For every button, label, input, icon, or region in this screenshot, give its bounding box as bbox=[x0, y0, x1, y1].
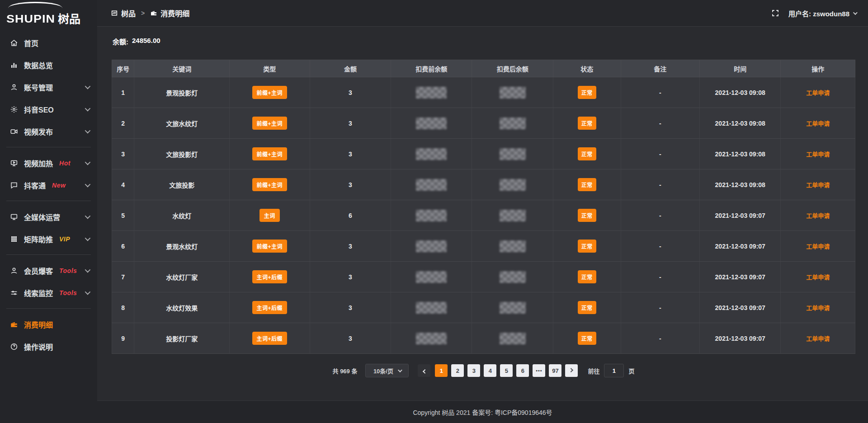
ticket-apply-link[interactable]: 工单申请 bbox=[806, 335, 830, 342]
breadcrumb-root[interactable]: 树品 bbox=[111, 8, 136, 19]
cell-remark: - bbox=[621, 231, 699, 262]
page-size-select[interactable]: 10条/页 bbox=[365, 364, 409, 377]
cell-balance-after bbox=[472, 231, 553, 262]
sidebar-item-label: 线索监控 bbox=[24, 287, 53, 298]
cell-balance-before bbox=[391, 262, 472, 292]
hot-badge: Hot bbox=[59, 160, 71, 167]
next-page-button[interactable] bbox=[565, 364, 578, 377]
sidebar-item-omni-media[interactable]: 全媒体运营 bbox=[0, 206, 97, 228]
grid-icon bbox=[10, 235, 18, 243]
chevron-left-icon bbox=[423, 369, 427, 373]
page-button[interactable]: 3 bbox=[467, 364, 480, 377]
cell-balance-before bbox=[391, 108, 472, 139]
sidebar-item-data-overview[interactable]: 数据总览 bbox=[0, 54, 97, 76]
cell-balance-after bbox=[472, 169, 553, 200]
cell-remark: - bbox=[621, 77, 699, 108]
fullscreen-icon[interactable] bbox=[771, 9, 779, 17]
more-pages-button[interactable]: ••• bbox=[533, 364, 545, 377]
ticket-apply-link[interactable]: 工单申请 bbox=[806, 182, 830, 188]
chevron-down-icon bbox=[85, 289, 91, 295]
status-badge: 正常 bbox=[578, 117, 596, 130]
page-button[interactable]: 1 bbox=[435, 364, 448, 377]
brand-name-cn: 树品 bbox=[58, 10, 80, 26]
cell-type: 前缀+主词 bbox=[230, 139, 310, 169]
balance-label: 余额: bbox=[113, 37, 128, 46]
cell-remark: - bbox=[621, 169, 699, 200]
cell-keyword: 景观水纹灯 bbox=[134, 231, 230, 262]
cell-status: 正常 bbox=[553, 200, 621, 231]
cell-amount: 3 bbox=[310, 292, 391, 323]
sidebar-item-matrix-boost[interactable]: 矩阵助推 VIP bbox=[0, 228, 97, 250]
sidebar-item-label: 操作说明 bbox=[24, 341, 53, 352]
sidebar-item-douketong[interactable]: 抖客通 New bbox=[0, 174, 97, 196]
cell-time: 2021-12-03 09:07 bbox=[700, 200, 781, 231]
cell-keyword: 水纹灯效果 bbox=[134, 292, 230, 323]
cell-time: 2021-12-03 09:08 bbox=[700, 108, 781, 139]
cell-balance-before bbox=[391, 139, 472, 169]
page-button[interactable]: 6 bbox=[516, 364, 529, 377]
redacted-balance-before bbox=[416, 179, 447, 191]
main-area: 树品 > 消费明细 用户名: zswodun88 余额: 24856.00 bbox=[97, 0, 868, 423]
page-button[interactable]: 97 bbox=[549, 364, 561, 377]
type-badge: 主词 bbox=[259, 209, 280, 222]
status-badge: 正常 bbox=[578, 178, 596, 191]
cell-action: 工单申请 bbox=[781, 292, 855, 323]
cell-balance-after bbox=[472, 262, 553, 292]
brand-logo[interactable]: SHUPIN 树品 bbox=[0, 0, 97, 28]
page-button[interactable]: 2 bbox=[451, 364, 464, 377]
sidebar-item-douyin-seo[interactable]: 抖音SEO bbox=[0, 98, 97, 120]
goto-page-input[interactable] bbox=[604, 364, 624, 377]
footer: Copyright 树品 2021 备案号: 粤ICP备09019646号 bbox=[97, 400, 868, 423]
balance-value: 24856.00 bbox=[132, 37, 160, 46]
ticket-apply-link[interactable]: 工单申请 bbox=[806, 212, 830, 219]
chevron-down-icon bbox=[85, 128, 91, 134]
sidebar-item-label: 数据总览 bbox=[24, 60, 53, 70]
sidebar-item-member-burst[interactable]: 会员爆客 Tools bbox=[0, 259, 97, 282]
sidebar-item-consumption-detail[interactable]: 消费明细 bbox=[0, 313, 97, 335]
prev-page-button[interactable] bbox=[418, 364, 430, 377]
sidebar-item-video-publish[interactable]: 视频发布 bbox=[0, 120, 97, 142]
table-row: 5 水纹灯 主词 6 正常 - 2021-12-03 09:07 工单申请 bbox=[112, 200, 855, 231]
cell-type: 主词 bbox=[230, 200, 310, 231]
chevron-down-icon bbox=[85, 235, 91, 241]
page-buttons: 123456•••97 bbox=[435, 364, 561, 377]
redacted-balance-after bbox=[500, 148, 526, 160]
redacted-balance-before bbox=[416, 271, 447, 283]
redacted-balance-after bbox=[500, 118, 526, 129]
ticket-apply-link[interactable]: 工单申请 bbox=[806, 151, 830, 158]
ticket-apply-link[interactable]: 工单申请 bbox=[806, 274, 830, 281]
cell-balance-after bbox=[472, 292, 553, 323]
cell-action: 工单申请 bbox=[781, 139, 855, 169]
ticket-apply-link[interactable]: 工单申请 bbox=[806, 243, 830, 250]
sidebar-item-operation-guide[interactable]: 操作说明 bbox=[0, 335, 97, 357]
breadcrumb: 树品 > 消费明细 bbox=[111, 8, 189, 19]
sidebar-item-home[interactable]: 首页 bbox=[0, 32, 97, 54]
sidebar-item-label: 账号管理 bbox=[24, 82, 53, 93]
breadcrumb-current-label: 消费明细 bbox=[160, 8, 189, 19]
cell-action: 工单申请 bbox=[781, 169, 855, 200]
sidebar-item-lead-monitor[interactable]: 线索监控 Tools bbox=[0, 282, 97, 304]
member-icon bbox=[10, 267, 18, 275]
cell-remark: - bbox=[621, 262, 699, 292]
ticket-apply-link[interactable]: 工单申请 bbox=[806, 120, 830, 127]
ticket-apply-link[interactable]: 工单申请 bbox=[806, 89, 830, 96]
cell-type: 主词+后缀 bbox=[230, 292, 310, 323]
home-icon bbox=[10, 39, 18, 47]
cell-keyword: 投影灯厂家 bbox=[134, 323, 230, 354]
expense-icon bbox=[10, 320, 18, 329]
breadcrumb-current[interactable]: 消费明细 bbox=[150, 8, 189, 19]
page-button[interactable]: 5 bbox=[500, 364, 513, 377]
sidebar-item-account-management[interactable]: 账号管理 bbox=[0, 76, 97, 98]
cell-time: 2021-12-03 09:08 bbox=[700, 139, 781, 169]
cell-action: 工单申请 bbox=[781, 77, 855, 108]
status-badge: 正常 bbox=[578, 240, 596, 253]
sidebar-item-video-heating[interactable]: 视频加热 Hot bbox=[0, 152, 97, 174]
column-header: 类型 bbox=[230, 60, 310, 77]
redacted-balance-after bbox=[500, 179, 526, 191]
cell-status: 正常 bbox=[553, 231, 621, 262]
balance-line: 余额: 24856.00 bbox=[113, 37, 855, 46]
redacted-balance-before bbox=[416, 333, 447, 344]
username-dropdown[interactable]: 用户名: zswodun88 bbox=[788, 9, 856, 18]
page-button[interactable]: 4 bbox=[484, 364, 496, 377]
ticket-apply-link[interactable]: 工单申请 bbox=[806, 305, 830, 311]
